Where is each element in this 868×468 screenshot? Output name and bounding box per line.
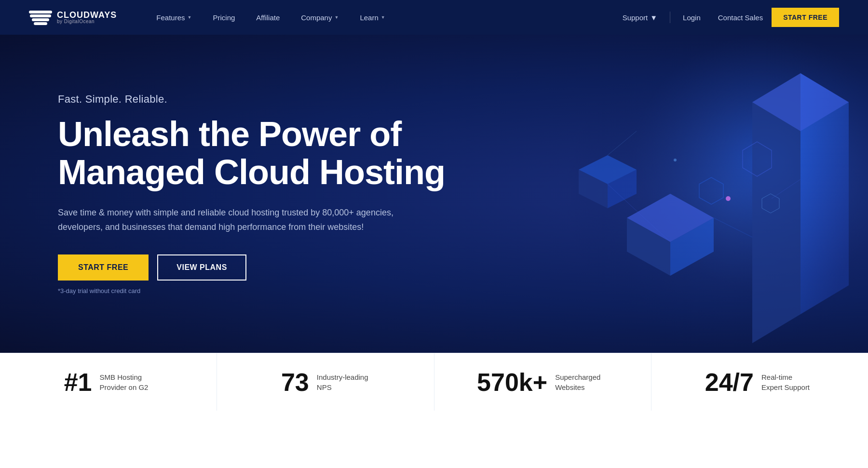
hero-tagline: Fast. Simple. Reliable. <box>58 93 445 106</box>
svg-rect-0 <box>30 14 51 17</box>
stat-item-2: 73 Industry-leading NPS <box>217 353 434 411</box>
hero-buttons: START FREE VIEW PLANS <box>58 254 445 281</box>
stat-number-3: 570k+ <box>477 370 547 395</box>
nav-start-free-button[interactable]: START FREE <box>772 8 839 27</box>
logo-text: CLOUDWAYS by DigitalOcean <box>57 11 117 24</box>
hero-view-plans-button[interactable]: VIEW PLANS <box>157 254 246 281</box>
nav-links: Features ▼ Pricing Affiliate Company ▼ L… <box>146 0 613 35</box>
nav-affiliate[interactable]: Affiliate <box>245 0 290 35</box>
stat-label-1: SMB Hosting Provider on G2 <box>100 372 153 392</box>
stat-number-1: #1 <box>64 370 92 395</box>
nav-right: Support ▼ Login Contact Sales START FREE <box>614 0 839 35</box>
logo-icon <box>29 9 52 26</box>
logo-link[interactable]: CLOUDWAYS by DigitalOcean <box>29 9 117 26</box>
nav-divider <box>670 12 670 23</box>
stat-item-4: 24/7 Real-time Expert Support <box>651 353 868 411</box>
hero-title: Unleash the Power of Managed Cloud Hosti… <box>58 115 445 191</box>
svg-rect-1 <box>32 18 49 21</box>
hero-trial-note: *3-day trial without credit card <box>58 287 445 294</box>
hero-section: Fast. Simple. Reliable. Unleash the Powe… <box>0 35 868 353</box>
nav-learn[interactable]: Learn ▼ <box>349 0 395 35</box>
nav-login[interactable]: Login <box>674 0 709 35</box>
stat-label-4: Real-time Expert Support <box>761 372 814 392</box>
nav-features[interactable]: Features ▼ <box>146 0 202 35</box>
hero-title-line2: Managed Cloud Hosting <box>58 153 445 191</box>
stat-item-1: #1 SMB Hosting Provider on G2 <box>0 353 217 411</box>
hero-title-line1: Unleash the Power of <box>58 115 401 153</box>
svg-point-23 <box>674 159 677 161</box>
stats-bar: #1 SMB Hosting Provider on G2 73 Industr… <box>0 353 868 411</box>
chevron-down-icon: ▼ <box>650 13 657 22</box>
svg-point-22 <box>726 196 731 201</box>
nav-company[interactable]: Company ▼ <box>290 0 349 35</box>
hero-graphic <box>530 35 868 353</box>
nav-pricing[interactable]: Pricing <box>202 0 245 35</box>
svg-rect-2 <box>34 22 47 25</box>
stat-number-2: 73 <box>281 370 309 395</box>
chevron-down-icon: ▼ <box>188 15 192 20</box>
chevron-down-icon: ▼ <box>381 15 385 20</box>
hero-description: Save time & money with simple and reliab… <box>58 206 415 234</box>
nav-support[interactable]: Support ▼ <box>614 0 666 35</box>
svg-rect-3 <box>29 11 52 13</box>
stat-label-2: Industry-leading NPS <box>317 372 370 392</box>
hero-content: Fast. Simple. Reliable. Unleash the Powe… <box>58 93 445 295</box>
stat-item-3: 570k+ Supercharged Websites <box>434 353 651 411</box>
navbar: CLOUDWAYS by DigitalOcean Features ▼ Pri… <box>0 0 868 35</box>
hero-start-free-button[interactable]: START FREE <box>58 254 149 281</box>
stat-number-4: 24/7 <box>705 370 754 395</box>
stat-label-3: Supercharged Websites <box>555 372 608 392</box>
chevron-down-icon: ▼ <box>334 15 339 20</box>
brand-sub: by DigitalOcean <box>57 19 117 24</box>
nav-contact[interactable]: Contact Sales <box>709 0 772 35</box>
brand-name: CLOUDWAYS <box>57 11 117 19</box>
